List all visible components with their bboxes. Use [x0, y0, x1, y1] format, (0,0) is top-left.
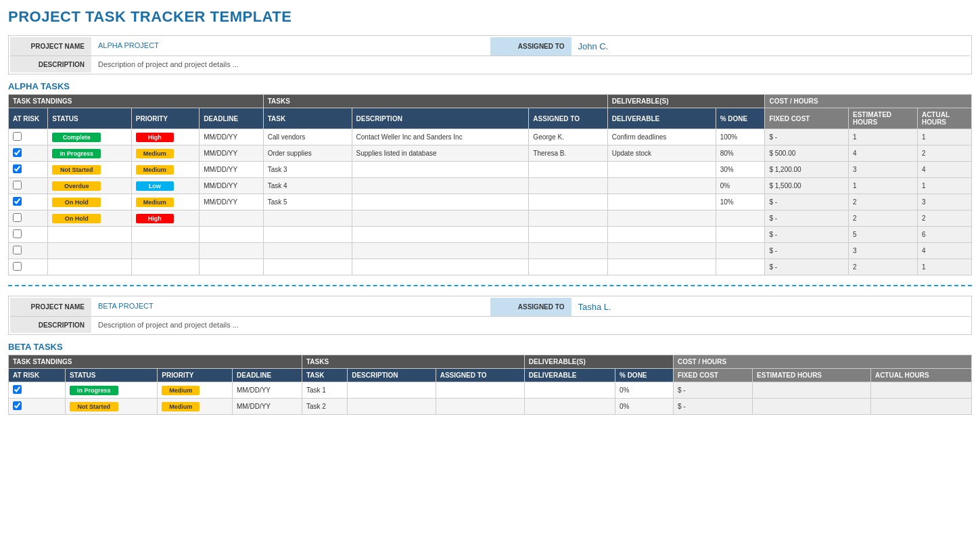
deliverable-cell: [607, 227, 716, 243]
actual-hours-cell: 2: [917, 210, 971, 227]
alpha-assigned-value: John C.: [571, 37, 971, 55]
task-cell: [263, 259, 352, 275]
description-cell: [352, 227, 529, 243]
deadline-cell: MM/DD/YY: [200, 162, 264, 178]
at-risk-cell[interactable]: [9, 162, 48, 178]
beta-assigned-value: Tasha L.: [571, 298, 971, 316]
alpha-group-cost: COST / HOURS: [765, 95, 972, 108]
deadline-cell: MM/DD/YY: [200, 129, 264, 145]
alpha-project-name-label: PROJECT NAME: [10, 37, 91, 55]
at-risk-cell[interactable]: [9, 382, 66, 399]
task-cell: [263, 227, 352, 243]
status-badge: In Progress: [70, 386, 118, 395]
status-cell: [48, 243, 132, 259]
at-risk-checkbox[interactable]: [13, 164, 22, 173]
fixed-cost-cell: $ 500.00: [765, 145, 849, 162]
alpha-group-tasks: TASKS: [263, 95, 607, 108]
at-risk-cell[interactable]: [9, 243, 48, 259]
priority-cell: Medium: [158, 399, 233, 415]
task-cell: Task 1: [302, 382, 347, 399]
beta-desc-value: Description of project and project detai…: [91, 317, 970, 333]
status-cell: Not Started: [65, 399, 157, 415]
est-hours-cell: 1: [849, 129, 918, 145]
at-risk-checkbox[interactable]: [13, 197, 22, 206]
beta-col-fixed-cost: FIXED COST: [673, 369, 752, 382]
task-cell: Task 2: [302, 399, 347, 415]
assigned-cell: [529, 178, 607, 194]
pct-done-cell: 80%: [716, 145, 765, 162]
at-risk-checkbox[interactable]: [13, 132, 22, 141]
table-row: $ -21: [9, 259, 972, 275]
priority-cell: Medium: [131, 145, 199, 162]
actual-hours-cell: 4: [917, 243, 971, 259]
table-row: OverdueLowMM/DD/YYTask 40%$ 1,500.0011: [9, 178, 972, 194]
col-pct-done: % DONE: [716, 108, 765, 129]
pct-done-cell: 0%: [615, 382, 673, 399]
at-risk-cell[interactable]: [9, 399, 66, 415]
fixed-cost-cell: $ -: [765, 259, 849, 275]
description-cell: Contact Weller Inc and Sanders Inc: [352, 129, 529, 145]
at-risk-cell[interactable]: [9, 145, 48, 162]
pct-done-cell: 0%: [615, 399, 673, 415]
status-badge: Overdue: [52, 181, 101, 191]
beta-col-description: DESCRIPTION: [348, 369, 436, 382]
deliverable-cell: [607, 259, 716, 275]
at-risk-cell[interactable]: [9, 194, 48, 210]
assigned-cell: George K.: [529, 129, 607, 145]
at-risk-checkbox[interactable]: [13, 229, 22, 238]
col-status: STATUS: [48, 108, 132, 129]
alpha-project-info: PROJECT NAME ALPHA PROJECT ASSIGNED TO J…: [8, 35, 972, 74]
alpha-group-deliverables: DELIVERABLE(S): [607, 95, 765, 108]
deliverable-cell: [607, 243, 716, 259]
task-cell: Task 4: [263, 178, 352, 194]
table-row: $ -56: [9, 227, 972, 243]
col-est-hours: ESTIMATED HOURS: [849, 108, 918, 129]
table-row: In ProgressMediumMM/DD/YYOrder suppliesS…: [9, 145, 972, 162]
actual-hours-cell: [870, 399, 971, 415]
priority-cell: [131, 259, 199, 275]
fixed-cost-cell: $ -: [673, 382, 752, 399]
task-cell: Order supplies: [263, 145, 352, 162]
at-risk-checkbox[interactable]: [13, 148, 22, 157]
at-risk-cell[interactable]: [9, 210, 48, 227]
at-risk-checkbox[interactable]: [13, 181, 22, 189]
est-hours-cell: 2: [849, 210, 918, 227]
task-cell: [263, 243, 352, 259]
at-risk-checkbox[interactable]: [13, 213, 22, 222]
table-row: Not StartedMediumMM/DD/YYTask 20%$ -: [9, 399, 972, 415]
assigned-cell: [529, 210, 607, 227]
at-risk-cell[interactable]: [9, 178, 48, 194]
deadline-cell: MM/DD/YY: [200, 145, 264, 162]
pct-done-cell: [716, 210, 765, 227]
col-at-risk: AT RISK: [9, 108, 48, 129]
at-risk-cell[interactable]: [9, 129, 48, 145]
col-actual-hours: ACTUAL HOURS: [917, 108, 971, 129]
beta-task-table: TASK STANDINGS TASKS DELIVERABLE(S) COST…: [8, 355, 972, 415]
at-risk-cell[interactable]: [9, 259, 48, 275]
status-badge: On Hold: [52, 198, 101, 207]
beta-col-pct-done: % DONE: [615, 369, 673, 382]
alpha-assigned-label: ASSIGNED TO: [490, 37, 571, 55]
deadline-cell: MM/DD/YY: [200, 178, 264, 194]
deliverable-cell: [524, 382, 615, 399]
at-risk-checkbox[interactable]: [13, 246, 22, 254]
assigned-cell: [529, 243, 607, 259]
description-cell: [348, 382, 436, 399]
at-risk-checkbox[interactable]: [13, 401, 22, 410]
at-risk-cell[interactable]: [9, 227, 48, 243]
table-row: In ProgressMediumMM/DD/YYTask 10%$ -: [9, 382, 972, 399]
status-cell: Not Started: [48, 162, 132, 178]
priority-badge: Medium: [162, 402, 200, 411]
at-risk-checkbox[interactable]: [13, 385, 22, 394]
description-cell: [352, 243, 529, 259]
beta-col-actual-hours: ACTUAL HOURS: [870, 369, 971, 382]
priority-cell: [131, 243, 199, 259]
fixed-cost-cell: $ -: [765, 210, 849, 227]
col-assigned: ASSIGNED TO: [529, 108, 607, 129]
at-risk-checkbox[interactable]: [13, 262, 22, 271]
actual-hours-cell: 1: [917, 129, 971, 145]
fixed-cost-cell: $ -: [765, 227, 849, 243]
status-badge: Complete: [52, 133, 101, 142]
beta-col-at-risk: AT RISK: [9, 369, 66, 382]
deadline-cell: [200, 227, 264, 243]
